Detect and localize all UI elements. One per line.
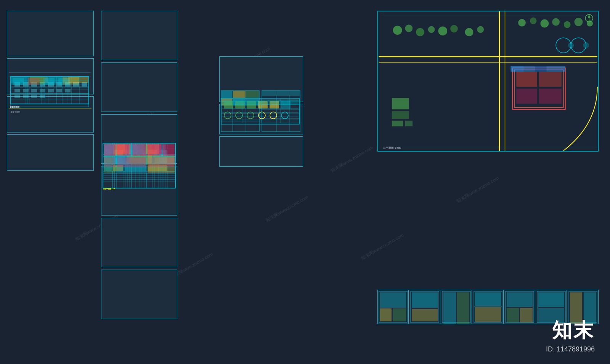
mid-detail-panels [219,56,303,167]
svg-point-244 [540,19,549,28]
svg-rect-256 [539,72,562,87]
svg-text:总平面图 1:500: 总平面图 1:500 [383,147,401,149]
watermark-4: 知末网www.znzmo.com [329,145,374,174]
svg-rect-261 [535,66,547,72]
svg-rect-258 [539,89,562,104]
svg-rect-278 [412,292,438,308]
svg-point-234 [393,26,402,35]
brand-section: 知末 ID: 1147891996 [546,317,595,353]
site-plan-panel[interactable]: 总平面图 1:500 [377,11,599,152]
watermark-8: 知末网www.znzmo.com [265,194,310,224]
strip-cell-2[interactable] [409,290,440,324]
floor-plan-roof[interactable]: 屋顶平面图 1:100 [101,270,177,319]
floor-plans-column: 一层平面图 1:100 二层平面图 1:100 [101,11,177,321]
svg-rect-259 [510,66,524,72]
svg-rect-275 [380,308,392,321]
svg-rect-260 [524,66,535,72]
svg-rect-274 [380,292,406,308]
svg-point-245 [552,18,560,26]
svg-rect-263 [392,98,409,110]
svg-point-240 [465,28,474,37]
svg-point-239 [450,25,458,33]
svg-rect-265 [392,121,403,126]
svg-point-246 [564,21,571,28]
strip-cell-5[interactable] [504,290,535,324]
svg-point-247 [575,18,583,26]
svg-point-237 [428,26,435,33]
watermark-9: 知末网www.znzmo.com [360,232,405,262]
svg-point-248 [587,21,593,27]
svg-point-243 [530,18,537,24]
svg-rect-292 [538,292,564,307]
svg-rect-290 [520,308,533,322]
svg-rect-282 [457,292,469,324]
svg-point-252 [583,42,589,48]
svg-rect-264 [392,111,409,119]
svg-rect-229 [379,11,597,151]
svg-rect-289 [507,308,519,322]
brand-chinese-text: 知末 [546,317,595,344]
svg-rect-281 [443,292,456,324]
left-panel-section3[interactable]: 建筑详图 [7,134,94,171]
svg-point-238 [438,27,447,36]
svg-point-235 [405,25,413,32]
svg-rect-288 [507,292,533,307]
svg-rect-276 [393,308,406,321]
left-column: 建筑立面图 建筑剖面图 [7,11,94,172]
svg-rect-266 [405,121,413,126]
svg-rect-262 [546,66,565,72]
svg-point-242 [518,19,526,27]
strip-cell-1[interactable] [378,290,409,324]
svg-rect-279 [412,309,438,321]
svg-point-241 [477,26,484,33]
mid-panel-3[interactable] [219,136,303,167]
svg-rect-255 [516,72,537,87]
svg-rect-286 [475,307,501,322]
svg-point-251 [568,42,574,48]
svg-rect-284 [475,292,501,306]
svg-rect-257 [516,89,537,104]
watermark-10: 知末网www.znzmo.com [455,175,500,205]
svg-point-236 [416,28,424,37]
strip-cell-4[interactable] [473,290,504,324]
strip-cell-3[interactable] [441,290,472,324]
brand-id-text: ID: 1147891996 [546,345,595,353]
